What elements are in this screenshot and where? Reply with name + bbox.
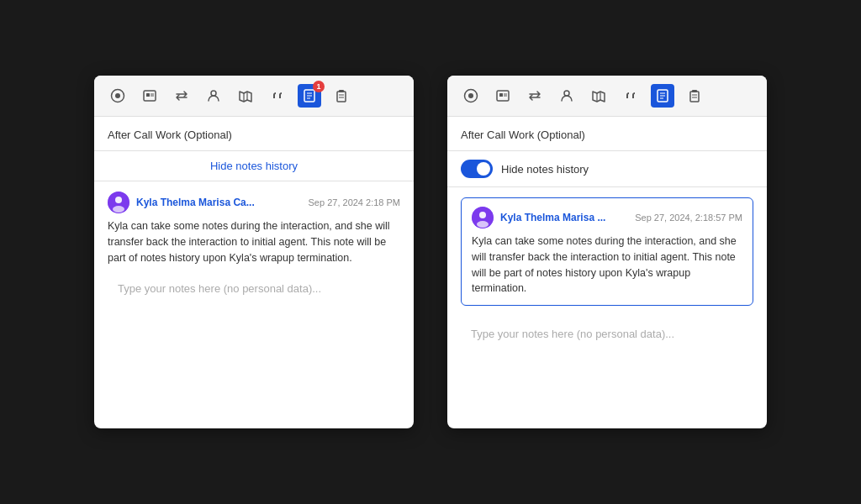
hide-notes-row: Hide notes history xyxy=(94,151,414,181)
map-icon-r[interactable] xyxy=(587,84,610,108)
quote-icon-r[interactable] xyxy=(619,84,642,108)
left-avatar xyxy=(108,192,129,213)
doc-badge: 1 xyxy=(313,81,325,92)
svg-point-1 xyxy=(115,93,120,98)
svg-rect-34 xyxy=(692,90,697,92)
svg-point-38 xyxy=(479,212,486,218)
toggle-knob xyxy=(477,162,490,176)
right-after-call-label: After Call Work (Optional) xyxy=(461,129,585,141)
circle-icon[interactable] xyxy=(106,84,129,108)
left-panel: 1 After Call Work (Optional) Hide notes … xyxy=(94,76,414,428)
left-author-name: Kyla Thelma Marisa Ca... xyxy=(136,197,302,208)
right-toolbar xyxy=(447,76,767,117)
svg-rect-13 xyxy=(337,92,346,102)
svg-rect-23 xyxy=(499,93,503,97)
hide-notes-toggle[interactable] xyxy=(461,160,493,178)
left-toolbar: 1 xyxy=(94,76,414,117)
right-author-name: Kyla Thelma Marisa ... xyxy=(500,212,628,223)
svg-rect-33 xyxy=(690,92,699,102)
map-icon[interactable] xyxy=(234,84,257,108)
person-icon[interactable] xyxy=(202,84,225,108)
svg-point-6 xyxy=(211,91,216,96)
svg-point-21 xyxy=(468,93,473,98)
svg-point-26 xyxy=(564,91,569,96)
after-call-section: After Call Work (Optional) xyxy=(94,117,414,151)
left-note-history: Kyla Thelma Marisa Ca... Sep 27, 2024 2:… xyxy=(108,192,400,265)
right-avatar xyxy=(472,207,494,228)
panels-container: 1 After Call Work (Optional) Hide notes … xyxy=(0,0,861,504)
card-icon-r[interactable] xyxy=(491,84,515,108)
right-note-text: Kyla can take some notes during the inte… xyxy=(472,234,742,297)
right-note-author-row: Kyla Thelma Marisa ... Sep 27, 2024, 2:1… xyxy=(472,207,742,228)
after-call-label: After Call Work (Optional) xyxy=(108,129,232,141)
left-type-notes[interactable]: Type your notes here (no personal data).… xyxy=(108,274,400,303)
right-note-timestamp: Sep 27, 2024, 2:18:57 PM xyxy=(635,213,742,223)
right-after-call-section: After Call Work (Optional) xyxy=(447,117,767,151)
svg-rect-3 xyxy=(146,93,150,97)
left-note-text: Kyla can take some notes during the inte… xyxy=(108,218,400,265)
card-icon[interactable] xyxy=(138,84,161,108)
left-note-timestamp: Sep 27, 2024 2:18 PM xyxy=(309,197,400,207)
left-panel-body: After Call Work (Optional) Hide notes hi… xyxy=(94,117,414,428)
hide-notes-toggle-label: Hide notes history xyxy=(501,163,589,176)
transfer-icon[interactable] xyxy=(170,84,193,108)
right-note-history-card: Kyla Thelma Marisa ... Sep 27, 2024, 2:1… xyxy=(461,197,753,306)
quote-icon[interactable] xyxy=(266,84,289,108)
left-note-author-row: Kyla Thelma Marisa Ca... Sep 27, 2024 2:… xyxy=(108,192,400,213)
svg-point-39 xyxy=(477,221,489,228)
clipboard-icon-r[interactable] xyxy=(683,84,706,108)
svg-point-18 xyxy=(115,197,122,203)
hide-notes-history-link[interactable]: Hide notes history xyxy=(108,160,400,172)
right-panel: After Call Work (Optional) Hide notes hi… xyxy=(447,76,767,428)
clipboard-icon[interactable] xyxy=(330,84,353,108)
svg-point-19 xyxy=(113,206,124,213)
transfer-icon-r[interactable] xyxy=(523,84,547,108)
circle-icon-r[interactable] xyxy=(459,84,483,108)
hide-notes-toggle-group: Hide notes history xyxy=(461,160,589,178)
doc-icon-r[interactable] xyxy=(651,84,674,108)
right-hide-notes-row: Hide notes history xyxy=(447,151,767,187)
doc-icon[interactable]: 1 xyxy=(298,84,321,108)
person-icon-r[interactable] xyxy=(555,84,578,108)
right-type-notes[interactable]: Type your notes here (no personal data).… xyxy=(461,328,753,340)
svg-rect-14 xyxy=(339,90,344,92)
right-panel-body: After Call Work (Optional) Hide notes hi… xyxy=(447,117,767,428)
